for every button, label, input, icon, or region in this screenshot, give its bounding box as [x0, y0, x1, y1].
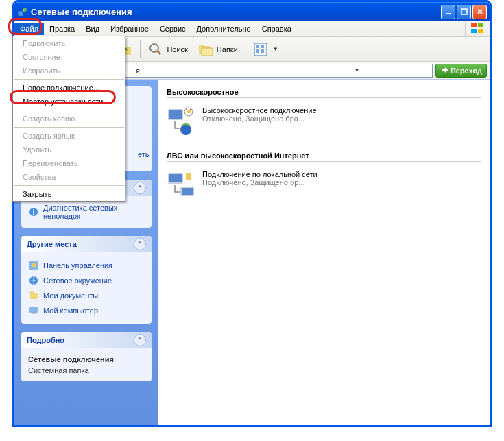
menu-edit[interactable]: Правка	[44, 23, 80, 35]
svg-rect-37	[186, 173, 191, 180]
window-controls	[441, 5, 487, 19]
network-places-icon	[28, 275, 39, 286]
file-menu-dropdown: Подключить Состояние Исправить Новое под…	[12, 36, 125, 202]
menu-separator	[14, 185, 124, 186]
close-button[interactable]	[472, 5, 487, 19]
details-name: Сетевые подключения	[28, 355, 114, 363]
collapse-icon[interactable]: ⌃	[134, 182, 146, 194]
help-icon: i	[28, 206, 39, 217]
link-control-panel[interactable]: Панель управления	[28, 258, 145, 273]
folders-button[interactable]: Папки	[193, 39, 242, 60]
folders-icon	[197, 41, 214, 58]
connection-item[interactable]: Высокоскоростное подключение Отключено, …	[167, 104, 481, 139]
svg-rect-31	[169, 110, 182, 119]
svg-rect-5	[478, 23, 483, 27]
svg-rect-14	[199, 45, 204, 47]
menu-file[interactable]: Файл	[14, 23, 44, 35]
svg-rect-28	[29, 307, 38, 313]
connection-info: Подключение по локальной сети Подключено…	[202, 170, 317, 200]
menu-separator	[14, 110, 124, 110]
svg-rect-6	[471, 29, 477, 33]
svg-rect-3	[461, 9, 467, 14]
collapse-icon[interactable]: ⌃	[134, 238, 146, 250]
menu-item-network-wizard[interactable]: Мастер установки сети...	[13, 95, 125, 108]
group-header: ЛВС или высокоскоростной Интернет	[167, 149, 481, 162]
svg-rect-33	[187, 110, 191, 113]
svg-rect-29	[32, 313, 36, 314]
details-type: Системная папка	[28, 365, 145, 376]
window-title: Сетевые подключения	[31, 7, 441, 17]
menu-separator	[14, 127, 124, 128]
chevron-down-icon[interactable]: ▼	[283, 67, 431, 73]
menu-item-properties[interactable]: Свойства	[13, 170, 125, 184]
collapse-icon[interactable]: ⌃	[134, 334, 146, 346]
link-my-computer[interactable]: Мой компьютер	[28, 303, 145, 318]
main-area: Высокоскоростное Высокоскоростное подклю…	[158, 80, 490, 425]
search-button[interactable]: Поиск	[143, 39, 191, 60]
go-button[interactable]: Переход	[435, 64, 487, 78]
link-my-documents[interactable]: Мои документы	[28, 288, 145, 303]
svg-rect-39	[182, 188, 193, 195]
svg-rect-27	[30, 291, 34, 294]
menu-favorites[interactable]: Избранное	[105, 23, 154, 35]
search-icon	[147, 41, 164, 58]
menu-item-new-connection[interactable]: Новое подключение...	[13, 81, 125, 95]
menubar: Файл Правка Вид Избранное Сервис Дополни…	[14, 21, 490, 37]
broadband-connection-icon	[167, 106, 197, 136]
svg-rect-4	[471, 23, 477, 27]
connection-info: Высокоскоростное подключение Отключено, …	[202, 106, 317, 136]
svg-text:i: i	[32, 208, 34, 216]
connection-item[interactable]: Подключение по локальной сети Подключено…	[167, 167, 481, 203]
svg-rect-26	[30, 293, 38, 299]
svg-rect-2	[446, 13, 451, 14]
computer-icon	[28, 305, 39, 316]
network-connections-icon	[17, 6, 28, 17]
control-panel-icon	[28, 260, 39, 271]
svg-rect-17	[256, 45, 259, 48]
svg-rect-36	[169, 174, 182, 182]
menu-separator	[14, 79, 124, 80]
svg-rect-7	[478, 29, 483, 33]
link-network-places[interactable]: Сетевое окружение	[28, 273, 145, 288]
menu-advanced[interactable]: Дополнительно	[191, 23, 256, 35]
maximize-button[interactable]	[457, 5, 471, 19]
svg-rect-19	[256, 49, 259, 53]
panel-other-places: Другие места ⌃ Панель управления Сетевое…	[21, 236, 152, 324]
menu-view[interactable]: Вид	[80, 23, 105, 35]
group-header: Высокоскоростное	[167, 85, 481, 98]
menu-item-rename[interactable]: Переименовать	[13, 156, 125, 170]
go-arrow-icon	[440, 66, 448, 75]
documents-icon	[28, 290, 39, 301]
link-diagnostics[interactable]: i Диагностика сетевых неполадок	[28, 202, 145, 222]
titlebar[interactable]: Сетевые подключения	[14, 2, 490, 21]
panel-header[interactable]: Подробно ⌃	[21, 332, 152, 348]
menu-item-delete[interactable]: Удалить	[13, 143, 125, 156]
svg-rect-18	[261, 45, 264, 48]
menu-item-shortcut[interactable]: Создать ярлык	[13, 129, 125, 143]
toolbar-separator	[140, 40, 141, 58]
windows-logo-icon	[465, 22, 490, 36]
menu-item-repair[interactable]: Исправить	[13, 64, 125, 78]
minimize-button[interactable]	[441, 5, 455, 19]
menu-item-copy[interactable]: Создать копию	[13, 112, 125, 126]
svg-point-24	[32, 263, 36, 267]
menu-help[interactable]: Справка	[256, 23, 297, 35]
toolbar-separator	[245, 40, 245, 58]
lan-connection-icon	[167, 170, 197, 200]
panel-header[interactable]: Другие места ⌃	[21, 236, 152, 252]
svg-rect-15	[202, 48, 213, 56]
menu-item-close[interactable]: Закрыть	[13, 187, 125, 201]
menu-item-status[interactable]: Состояние	[13, 50, 125, 64]
views-button[interactable]: ▼	[248, 39, 283, 60]
chevron-down-icon: ▼	[273, 46, 278, 52]
panel-details: Подробно ⌃ Сетевые подключения Системная…	[21, 332, 152, 381]
menu-item-connect[interactable]: Подключить	[13, 36, 125, 50]
svg-rect-20	[261, 49, 264, 53]
menu-tools[interactable]: Сервис	[154, 23, 191, 35]
views-icon	[252, 41, 269, 58]
